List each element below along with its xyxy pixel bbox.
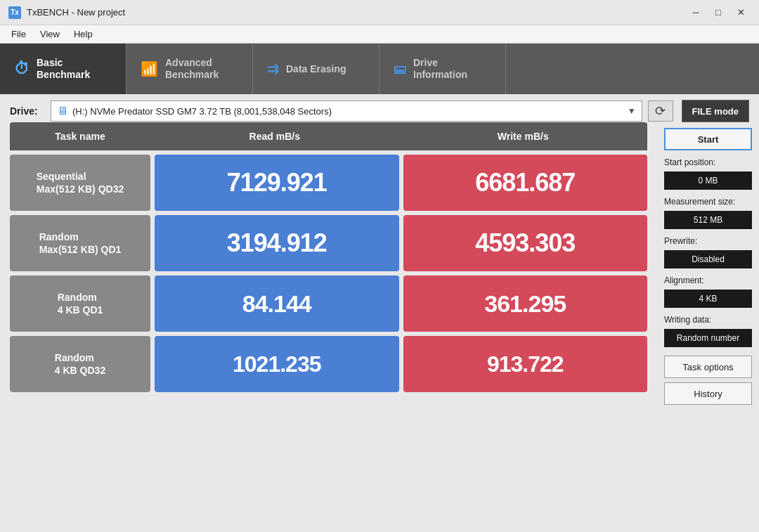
table-row: Random 4 KB QD1 84.144 361.295 bbox=[10, 275, 647, 332]
title-bar-left: Tx TxBENCH - New project bbox=[8, 6, 125, 19]
task-name-random-4k-qd32-text: Random 4 KB QD32 bbox=[55, 351, 105, 377]
write-value-sequential: 6681.687 bbox=[403, 155, 648, 211]
tab-basic[interactable]: ⏱ BasicBenchmark bbox=[0, 44, 126, 94]
tab-erasing-label: Data Erasing bbox=[286, 63, 346, 75]
advanced-benchmark-icon: 📶 bbox=[141, 60, 158, 77]
writing-data-value: Random number bbox=[664, 329, 752, 347]
alignment-value: 4 KB bbox=[664, 290, 752, 308]
writing-data-label: Writing data: bbox=[664, 315, 752, 325]
start-position-label: Start position: bbox=[664, 157, 752, 167]
left-panel: Task name Read mB/s Write mB/s Sequentia… bbox=[0, 122, 657, 532]
drive-select-box[interactable]: 🖥 (H:) NVMe Predator SSD GM7 3.72 TB (8,… bbox=[51, 100, 642, 122]
write-value-random-512: 4593.303 bbox=[403, 215, 648, 271]
window-controls: ─ □ ✕ bbox=[686, 5, 751, 20]
task-options-button[interactable]: Task options bbox=[664, 356, 752, 378]
table-row: Random 4 KB QD32 1021.235 913.722 bbox=[10, 336, 647, 392]
drive-icon: 🖥 bbox=[57, 105, 68, 117]
title-bar: Tx TxBENCH - New project ─ □ ✕ bbox=[0, 0, 759, 25]
minimize-button[interactable]: ─ bbox=[686, 5, 706, 20]
history-button[interactable]: History bbox=[664, 382, 752, 405]
drive-dropdown-arrow: ▼ bbox=[628, 106, 636, 116]
tab-erasing[interactable]: ⇉ Data Erasing bbox=[253, 44, 379, 94]
table-body: Sequential Max(512 KB) QD32 7129.921 668… bbox=[10, 150, 647, 396]
table-header: Task name Read mB/s Write mB/s bbox=[10, 122, 647, 150]
read-value-random-4k-qd1: 84.144 bbox=[155, 275, 399, 332]
read-value-random-512: 3194.912 bbox=[155, 215, 399, 271]
drive-label: Drive: bbox=[10, 105, 45, 117]
read-value-sequential: 7129.921 bbox=[155, 155, 399, 211]
read-value-random-4k-qd32: 1021.235 bbox=[155, 336, 399, 392]
measurement-size-value: 512 MB bbox=[664, 211, 752, 229]
write-value-random-4k-qd1: 361.295 bbox=[403, 275, 648, 332]
header-task-name: Task name bbox=[10, 128, 150, 145]
tab-drive-info-label: DriveInformation bbox=[413, 57, 467, 81]
menu-file[interactable]: File bbox=[6, 27, 32, 41]
measurement-size-label: Measurement size: bbox=[664, 197, 752, 207]
write-value-random-4k-qd32: 913.722 bbox=[403, 336, 648, 392]
file-mode-button[interactable]: FILE mode bbox=[682, 100, 749, 122]
tab-drive-info[interactable]: 🖴 DriveInformation bbox=[379, 44, 506, 94]
table-row: Sequential Max(512 KB) QD32 7129.921 668… bbox=[10, 155, 647, 211]
task-name-random-4k-qd1-text: Random 4 KB QD1 bbox=[58, 291, 103, 316]
data-erasing-icon: ⇉ bbox=[267, 60, 279, 77]
tab-advanced[interactable]: 📶 AdvancedBenchmark bbox=[126, 44, 253, 94]
window-title: TxBENCH - New project bbox=[27, 7, 125, 18]
drive-select-value: (H:) NVMe Predator SSD GM7 3.72 TB (8,00… bbox=[72, 106, 628, 117]
results-table: Task name Read mB/s Write mB/s Sequentia… bbox=[10, 122, 647, 528]
task-name-random-4k-qd32: Random 4 KB QD32 bbox=[10, 336, 150, 392]
drive-section: Drive: 🖥 (H:) NVMe Predator SSD GM7 3.72… bbox=[0, 94, 759, 122]
task-name-random-512: Random Max(512 KB) QD1 bbox=[10, 215, 150, 271]
menu-view[interactable]: View bbox=[34, 27, 65, 41]
task-name-sequential-text: Sequential Max(512 KB) QD32 bbox=[37, 170, 124, 195]
menu-help[interactable]: Help bbox=[68, 27, 98, 41]
prewrite-label: Prewrite: bbox=[664, 236, 752, 246]
task-name-sequential: Sequential Max(512 KB) QD32 bbox=[10, 155, 150, 211]
start-position-value: 0 MB bbox=[664, 171, 752, 190]
drive-refresh-button[interactable]: ⟳ bbox=[648, 100, 673, 122]
task-name-random-4k-qd1: Random 4 KB QD1 bbox=[10, 275, 150, 332]
basic-benchmark-icon: ⏱ bbox=[14, 60, 30, 78]
tab-bar: ⏱ BasicBenchmark 📶 AdvancedBenchmark ⇉ D… bbox=[0, 44, 759, 94]
drive-info-icon: 🖴 bbox=[394, 62, 406, 77]
maximize-button[interactable]: □ bbox=[708, 5, 728, 20]
header-write: Write mB/s bbox=[399, 128, 648, 145]
start-button[interactable]: Start bbox=[664, 128, 752, 150]
header-read: Read mB/s bbox=[150, 128, 399, 145]
main-content: Task name Read mB/s Write mB/s Sequentia… bbox=[0, 122, 759, 532]
alignment-label: Alignment: bbox=[664, 275, 752, 285]
app-icon: Tx bbox=[8, 6, 21, 19]
prewrite-value: Disabled bbox=[664, 250, 752, 268]
close-button[interactable]: ✕ bbox=[731, 5, 751, 20]
right-panel: Start Start position: 0 MB Measurement s… bbox=[657, 122, 759, 532]
tab-advanced-label: AdvancedBenchmark bbox=[165, 57, 219, 81]
task-name-random-512-text: Random Max(512 KB) QD1 bbox=[39, 231, 122, 256]
app-icon-text: Tx bbox=[11, 8, 19, 16]
tab-basic-label: BasicBenchmark bbox=[37, 57, 90, 81]
table-row: Random Max(512 KB) QD1 3194.912 4593.303 bbox=[10, 215, 647, 271]
menu-bar: File View Help bbox=[0, 25, 759, 44]
